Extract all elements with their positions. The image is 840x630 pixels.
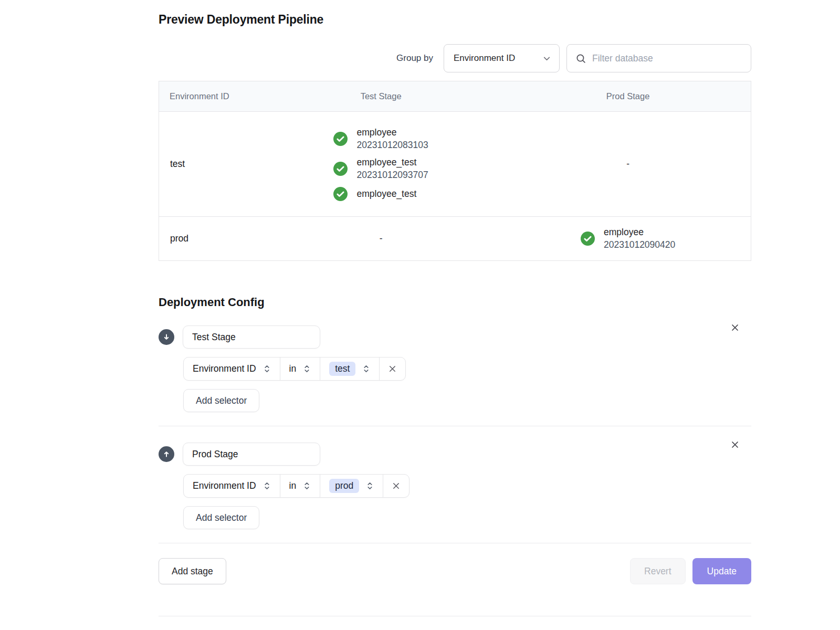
add-selector-button[interactable]: Add selector bbox=[183, 506, 259, 529]
prod-stage-cell-empty: - bbox=[505, 159, 751, 170]
up-down-chevrons-icon bbox=[263, 364, 271, 373]
main-content: Preview Deployment Pipeline Group by Env… bbox=[159, 0, 751, 616]
environment-cell: test bbox=[159, 159, 257, 170]
pipeline-table-header: Environment ID Test Stage Prod Stage bbox=[159, 81, 751, 111]
pipeline-toolbar: Group by Environment ID bbox=[159, 44, 751, 72]
deployment-config-title: Deployment Config bbox=[159, 296, 751, 309]
add-stage-button[interactable]: Add stage bbox=[159, 558, 226, 584]
column-header-test-stage: Test Stage bbox=[257, 91, 505, 101]
group-by-label: Group by bbox=[396, 53, 433, 64]
selector-operator-value: in bbox=[289, 363, 297, 374]
arrow-up-icon bbox=[162, 450, 171, 458]
stage-config-prod: Environment ID in prod bbox=[159, 443, 751, 529]
success-check-icon bbox=[333, 132, 348, 146]
selector-value-badge: prod bbox=[329, 479, 359, 493]
stage-config-test: Environment ID in test bbox=[159, 326, 751, 412]
environment-cell: prod bbox=[159, 233, 257, 244]
filter-database-box[interactable] bbox=[566, 44, 751, 72]
database-item: employee_test bbox=[333, 187, 428, 201]
config-footer: Add stage Revert Update bbox=[159, 558, 751, 584]
add-selector-button[interactable]: Add selector bbox=[183, 389, 259, 412]
selector-value-select[interactable]: prod bbox=[320, 475, 383, 497]
bottom-divider bbox=[159, 616, 751, 616]
database-item: employee 20231012090420 bbox=[581, 227, 675, 250]
remove-stage-icon[interactable] bbox=[729, 438, 741, 451]
selector-key-value: Environment ID bbox=[193, 363, 256, 374]
selector-key-select[interactable]: Environment ID bbox=[184, 358, 280, 380]
selector-value-select[interactable]: test bbox=[320, 358, 380, 380]
remove-selector-icon[interactable] bbox=[380, 358, 405, 380]
up-down-chevrons-icon bbox=[366, 481, 374, 490]
move-stage-down-button[interactable] bbox=[159, 329, 174, 345]
column-header-environment: Environment ID bbox=[159, 91, 257, 101]
selector-value-badge: test bbox=[329, 362, 355, 376]
selector-key-select[interactable]: Environment ID bbox=[184, 475, 280, 497]
database-item: employee 20231012083103 bbox=[333, 127, 428, 151]
success-check-icon bbox=[333, 187, 348, 201]
arrow-down-icon bbox=[162, 333, 171, 341]
move-stage-up-button[interactable] bbox=[159, 446, 174, 462]
column-header-prod-stage: Prod Stage bbox=[505, 91, 751, 101]
update-button[interactable]: Update bbox=[692, 558, 751, 584]
pipeline-table: Environment ID Test Stage Prod Stage tes… bbox=[159, 81, 751, 261]
footer-divider bbox=[159, 543, 751, 543]
success-check-icon bbox=[581, 232, 595, 246]
filter-database-input[interactable] bbox=[592, 53, 742, 64]
group-by-value: Environment ID bbox=[454, 53, 515, 64]
chevron-down-icon bbox=[542, 54, 551, 63]
up-down-chevrons-icon bbox=[362, 364, 370, 373]
table-row-prod: prod - employee 20231012090420 bbox=[159, 216, 751, 260]
table-row-test: test employee 20231012083103 bbox=[159, 111, 751, 216]
revert-button[interactable]: Revert bbox=[630, 558, 686, 584]
database-version: 20231012093707 bbox=[356, 170, 428, 181]
remove-stage-icon[interactable] bbox=[729, 321, 741, 334]
test-stage-cell-empty: - bbox=[257, 233, 505, 244]
database-name: employee bbox=[604, 227, 675, 238]
database-name: employee_test bbox=[356, 157, 428, 168]
database-item: employee_test 20231012093707 bbox=[333, 157, 428, 181]
database-name: employee_test bbox=[356, 188, 416, 200]
stage-name-input[interactable] bbox=[183, 443, 320, 466]
page-title: Preview Deployment Pipeline bbox=[159, 13, 751, 27]
up-down-chevrons-icon bbox=[303, 481, 311, 490]
selector-group: Environment ID in test bbox=[183, 357, 406, 381]
selector-key-value: Environment ID bbox=[193, 480, 256, 491]
database-name: employee bbox=[356, 127, 428, 138]
up-down-chevrons-icon bbox=[263, 481, 271, 490]
test-stage-cell: employee 20231012083103 employee_test 20… bbox=[257, 117, 505, 211]
selector-operator-select[interactable]: in bbox=[280, 358, 321, 380]
selector-operator-select[interactable]: in bbox=[280, 475, 321, 497]
selector-group: Environment ID in prod bbox=[183, 474, 410, 498]
selector-operator-value: in bbox=[289, 480, 297, 491]
success-check-icon bbox=[333, 162, 348, 176]
prod-stage-cell: employee 20231012090420 bbox=[505, 217, 751, 260]
up-down-chevrons-icon bbox=[303, 364, 311, 373]
stage-divider bbox=[159, 426, 751, 426]
database-version: 20231012090420 bbox=[604, 239, 675, 250]
database-version: 20231012083103 bbox=[356, 140, 428, 151]
group-by-dropdown[interactable]: Environment ID bbox=[444, 44, 560, 72]
remove-selector-icon[interactable] bbox=[383, 475, 409, 497]
stage-name-input[interactable] bbox=[183, 326, 320, 349]
search-icon bbox=[575, 53, 586, 64]
database-list: employee 20231012090420 bbox=[581, 217, 675, 260]
database-list: employee 20231012083103 employee_test 20… bbox=[333, 117, 428, 211]
